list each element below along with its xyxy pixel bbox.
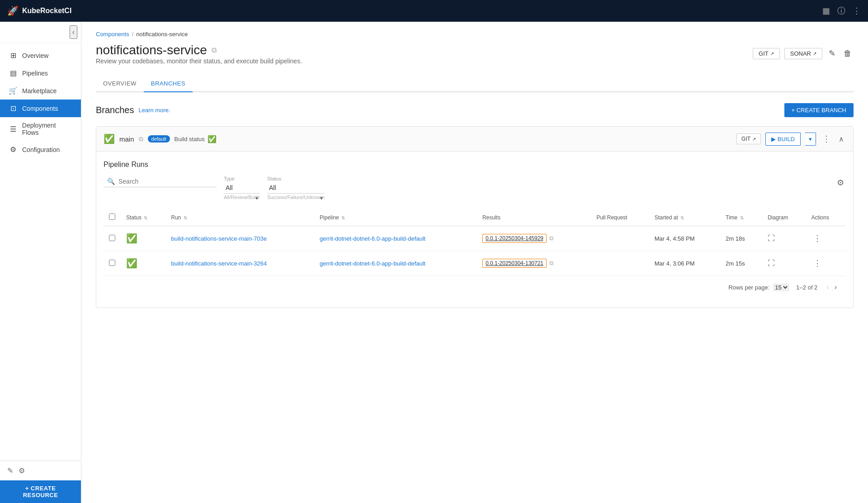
sidebar-item-overview[interactable]: ⊞ Overview bbox=[0, 47, 81, 64]
branch-name: main bbox=[119, 135, 134, 143]
col-header-pull-request: Pull Request bbox=[591, 209, 649, 226]
marketplace-icon: 🛒 bbox=[9, 86, 18, 95]
diagram-button-1[interactable]: ⛶ bbox=[768, 259, 775, 267]
branch-git-button[interactable]: GIT ↗ bbox=[736, 133, 761, 144]
run-sort-icon: ⇅ bbox=[184, 215, 187, 220]
create-branch-button[interactable]: + CREATE BRANCH bbox=[784, 103, 854, 117]
status-filter-select[interactable]: All Success Failure Unknown bbox=[267, 182, 325, 194]
row-status-icon-1: ✅ bbox=[126, 258, 137, 268]
git-button[interactable]: GIT ↗ bbox=[753, 48, 780, 59]
rows-per-page-label: Rows per page: bbox=[728, 284, 769, 291]
sidebar-item-label: Deployment Flows bbox=[22, 122, 74, 136]
started-at-cell-0: Mar 4, 4:58 PM bbox=[649, 226, 720, 251]
branch-more-button[interactable]: ⋮ bbox=[821, 132, 832, 146]
git-label: GIT bbox=[759, 50, 769, 57]
result-value-1[interactable]: 0.0.1-20250304-130721 bbox=[482, 259, 547, 268]
type-filter-select[interactable]: All Review Build bbox=[224, 182, 260, 194]
build-status: Build status ✅ bbox=[175, 135, 217, 143]
build-status-label: Build status bbox=[175, 136, 205, 142]
branch-card-header: ✅ main ⧉ default Build status ✅ GIT ↗ bbox=[96, 127, 853, 152]
sidebar-nav: ⊞ Overview ▤ Pipelines 🛒 Marketplace ⊡ C… bbox=[0, 43, 81, 460]
branch-collapse-button[interactable]: ∧ bbox=[837, 133, 846, 145]
deployment-flows-icon: ☰ bbox=[9, 125, 18, 133]
create-resource-button[interactable]: + CREATE RESOURCE bbox=[0, 480, 81, 503]
sidebar: ‹ ⊞ Overview ▤ Pipelines 🛒 Marketplace ⊡… bbox=[0, 22, 81, 503]
table-row: ✅ build-notifications-service-main-3264 … bbox=[104, 251, 846, 276]
run-link-1[interactable]: build-notifications-service-main-3264 bbox=[171, 260, 267, 267]
info-icon[interactable]: ⓘ bbox=[837, 5, 845, 16]
result-copy-icon-1[interactable]: ⧉ bbox=[549, 260, 553, 267]
search-field: 🔍 bbox=[104, 176, 217, 187]
page-subtitle: Review your codebases, monitor their sta… bbox=[96, 57, 302, 65]
sidebar-item-components[interactable]: ⊡ Components bbox=[0, 100, 81, 117]
settings-icon[interactable]: ⚙ bbox=[19, 466, 25, 475]
sidebar-item-configuration[interactable]: ⚙ Configuration bbox=[0, 141, 81, 158]
edit-page-button[interactable]: ✎ bbox=[827, 47, 837, 60]
col-header-time[interactable]: Time ⇅ bbox=[720, 209, 762, 226]
col-header-pipeline[interactable]: Pipeline ⇅ bbox=[314, 209, 477, 226]
row-checkbox-1[interactable] bbox=[109, 260, 115, 266]
table-settings-button[interactable]: ⚙ bbox=[835, 176, 846, 190]
diagram-button-0[interactable]: ⛶ bbox=[768, 234, 775, 242]
page-header-actions: GIT ↗ SONAR ↗ ✎ 🗑 bbox=[753, 47, 854, 60]
row-actions-button-0[interactable]: ⋮ bbox=[811, 232, 823, 245]
col-header-actions: Actions bbox=[806, 209, 846, 226]
breadcrumb-link[interactable]: Components bbox=[96, 31, 129, 38]
result-cell-1: 0.0.1-20250304-130721 ⧉ bbox=[482, 259, 585, 268]
sonar-label: SONAR bbox=[790, 50, 811, 57]
external-link-icon-sonar: ↗ bbox=[813, 51, 816, 56]
sidebar-item-pipelines[interactable]: ▤ Pipelines bbox=[0, 64, 81, 82]
sidebar-collapse-area: ‹ bbox=[0, 22, 81, 43]
result-cell-0: 0.0.1-20250304-145929 ⧉ bbox=[482, 234, 585, 243]
status-filter-hint: Success/Failure/Unknown bbox=[267, 195, 325, 200]
col-header-run[interactable]: Run ⇅ bbox=[165, 209, 314, 226]
table-container: Status ⇅ Run ⇅ Pipeline bbox=[104, 209, 846, 276]
rows-per-page-select[interactable]: 15 25 50 bbox=[773, 284, 789, 291]
time-sort-icon: ⇅ bbox=[740, 215, 744, 220]
sonar-button[interactable]: SONAR ↗ bbox=[784, 48, 822, 59]
sidebar-collapse-button[interactable]: ‹ bbox=[70, 25, 77, 39]
branch-copy-icon[interactable]: ⧉ bbox=[139, 135, 143, 143]
build-button[interactable]: ▶ BUILD bbox=[765, 133, 801, 146]
select-all-checkbox[interactable] bbox=[109, 214, 115, 220]
row-checkbox-0[interactable] bbox=[109, 235, 115, 241]
edit-icon[interactable]: ✎ bbox=[7, 466, 13, 475]
sidebar-item-label: Components bbox=[22, 105, 58, 112]
prev-page-button[interactable]: ‹ bbox=[825, 281, 830, 293]
time-cell-1: 2m 15s bbox=[720, 251, 762, 276]
tabs: OVERVIEW BRANCHES bbox=[96, 76, 854, 92]
delete-page-button[interactable]: 🗑 bbox=[842, 47, 854, 60]
result-copy-icon-0[interactable]: ⧉ bbox=[549, 235, 553, 242]
tab-overview[interactable]: OVERVIEW bbox=[96, 76, 144, 92]
sidebar-item-label: Overview bbox=[22, 52, 48, 59]
run-link-0[interactable]: build-notifications-service-main-703e bbox=[171, 235, 267, 242]
pipeline-link-1[interactable]: gerrit-dotnet-dotnet-6.0-app-build-defau… bbox=[320, 260, 425, 267]
pull-request-cell-1 bbox=[591, 251, 649, 276]
external-link-icon: ↗ bbox=[770, 51, 774, 56]
started-sort-icon: ⇅ bbox=[680, 215, 684, 220]
learn-more-link[interactable]: Learn more. bbox=[139, 107, 170, 114]
pagination-buttons: ‹ › bbox=[825, 281, 839, 293]
chat-icon[interactable]: ▦ bbox=[822, 6, 830, 16]
build-dropdown-button[interactable]: ▾ bbox=[805, 133, 816, 146]
result-value-0[interactable]: 0.0.1-20250304-145929 bbox=[482, 234, 547, 243]
search-input[interactable] bbox=[118, 178, 209, 185]
tab-branches[interactable]: BRANCHES bbox=[144, 76, 193, 92]
started-at-cell-1: Mar 4, 3:06 PM bbox=[649, 251, 720, 276]
table-row: ✅ build-notifications-service-main-703e … bbox=[104, 226, 846, 251]
row-actions-button-1[interactable]: ⋮ bbox=[811, 256, 823, 270]
filters-row: 🔍 Type All Review Build ▾ bbox=[104, 176, 846, 200]
sidebar-item-marketplace[interactable]: 🛒 Marketplace bbox=[0, 82, 81, 100]
next-page-button[interactable]: › bbox=[833, 281, 839, 293]
col-header-status[interactable]: Status ⇅ bbox=[121, 209, 165, 226]
branch-git-label: GIT bbox=[741, 136, 750, 142]
build-label: ▶ BUILD bbox=[771, 136, 795, 142]
pagination-info: 1–2 of 2 bbox=[796, 284, 817, 291]
branches-title: Branches bbox=[96, 105, 134, 115]
col-header-started-at[interactable]: Started at ⇅ bbox=[649, 209, 720, 226]
more-options-icon[interactable]: ⋮ bbox=[853, 6, 861, 16]
copy-title-icon[interactable]: ⧉ bbox=[212, 46, 217, 54]
sidebar-bottom: ✎ ⚙ bbox=[0, 460, 81, 480]
pipeline-link-0[interactable]: gerrit-dotnet-dotnet-6.0-app-build-defau… bbox=[320, 235, 425, 242]
sidebar-item-deployment-flows[interactable]: ☰ Deployment Flows bbox=[0, 117, 81, 141]
